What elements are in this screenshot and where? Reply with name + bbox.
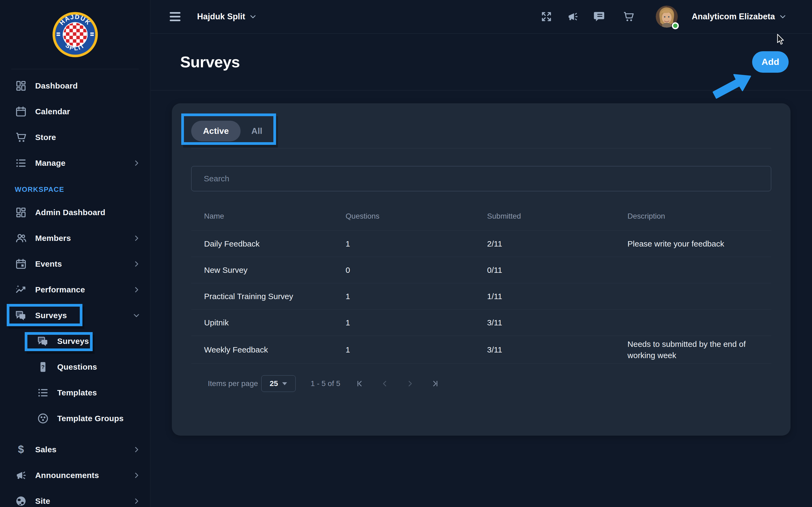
chevron-right-icon (133, 446, 141, 454)
sidebar-item-members[interactable]: Members (0, 225, 150, 251)
tab-all[interactable]: All (241, 121, 273, 142)
table-header-row: Name Questions Submitted Description (191, 202, 771, 231)
workspace-section-label: WORKSPACE (0, 179, 150, 200)
sidebar-item-dashboard[interactable]: Dashboard (0, 73, 150, 99)
tab-active[interactable]: Active (191, 121, 241, 142)
list-icon (15, 157, 27, 169)
sidebar-item-events[interactable]: Events (0, 251, 150, 277)
grid-icon (15, 80, 27, 92)
cell-questions: 0 (333, 265, 474, 276)
surveys-card: Active All Name Questions Submitted Desc… (172, 103, 791, 436)
sidebar-item-store[interactable]: Store (0, 124, 150, 150)
items-per-page-label: Items per page (208, 379, 258, 388)
chevron-right-icon (133, 286, 141, 294)
chat-icon[interactable] (593, 10, 605, 23)
sidebar-item-announcements[interactable]: Announcements (0, 462, 150, 488)
chevron-down-icon (133, 312, 141, 320)
circle-dots-icon (37, 412, 49, 425)
calendar-event-icon (15, 258, 27, 270)
cell-questions: 1 (333, 238, 474, 249)
sidebar-item-label: Store (35, 133, 56, 142)
sidebar: HAJDUK SPLIT Dashboard Calendar Store Ma (0, 0, 150, 507)
search-input[interactable] (191, 166, 771, 191)
page-range-label: 1 - 5 of 5 (311, 379, 341, 388)
sidebar-item-label: Manage (35, 159, 65, 168)
avatar[interactable] (656, 6, 678, 27)
sidebar-item-label: Site (35, 497, 50, 506)
cell-questions: 1 (333, 344, 474, 355)
prev-page-button[interactable] (379, 378, 391, 390)
cell-description: Needs to submitted by the end of working… (615, 339, 771, 361)
chat-duo-icon (37, 335, 49, 347)
caret-down-icon (282, 382, 287, 385)
surveys-table: Name Questions Submitted Description Dai… (191, 202, 771, 364)
sidebar-item-calendar[interactable]: Calendar (0, 99, 150, 124)
column-header-submitted: Submitted (474, 212, 615, 221)
sidebar-item-label: Announcements (35, 471, 99, 480)
user-menu[interactable]: Analyticom Elizabeta (692, 12, 775, 21)
page-size-select[interactable]: 25 (261, 375, 296, 392)
chat-duo-icon (15, 309, 27, 322)
cell-name: Practical Training Survey (191, 291, 333, 302)
sidebar-item-label: Performance (35, 285, 85, 294)
chevron-right-icon (133, 159, 141, 167)
table-row[interactable]: Upitnik 1 3/11 (191, 309, 771, 336)
hajduk-split-badge-icon: HAJDUK SPLIT (52, 11, 98, 58)
chevron-right-icon (133, 497, 141, 505)
sidebar-item-label: Surveys (35, 311, 67, 320)
cart-icon[interactable] (622, 10, 635, 23)
chevron-right-icon (133, 234, 141, 242)
sidebar-item-label: Sales (35, 445, 56, 454)
sidebar-item-label: Events (35, 260, 62, 269)
sidebar-subitem-template-groups[interactable]: Template Groups (0, 406, 150, 431)
hamburger-menu-icon[interactable] (170, 12, 181, 21)
sidebar-item-label: Questions (57, 362, 97, 372)
sidebar-subitem-questions[interactable]: Questions (0, 354, 150, 380)
sidebar-item-label: Calendar (35, 107, 70, 116)
sidebar-item-label: Templates (57, 388, 97, 397)
sidebar-subitem-surveys[interactable]: Surveys (0, 328, 150, 354)
main-content: Surveys Add Active All Name Questions Su… (151, 34, 812, 507)
column-header-name: Name (191, 212, 333, 221)
sidebar-item-admin-dashboard[interactable]: Admin Dashboard (0, 200, 150, 225)
cart-icon (15, 131, 27, 144)
add-button[interactable]: Add (752, 51, 789, 73)
tab-bar: Active All (191, 103, 771, 148)
cell-submitted: 1/11 (474, 291, 615, 302)
cell-name: New Survey (191, 265, 333, 276)
list-icon (37, 387, 49, 399)
megaphone-icon[interactable] (567, 10, 579, 23)
cell-name: Upitnik (191, 317, 333, 328)
cell-submitted: 3/11 (474, 317, 615, 328)
sidebar-item-surveys[interactable]: Surveys (0, 302, 150, 328)
last-page-button[interactable] (429, 378, 441, 390)
sidebar-item-performance[interactable]: Performance (0, 277, 150, 302)
table-row[interactable]: Daily Feedback 1 2/11 Please write your … (191, 231, 771, 257)
chevron-down-icon[interactable] (779, 13, 787, 21)
chevron-down-icon[interactable] (249, 13, 257, 21)
sidebar-item-sales[interactable]: Sales (0, 437, 150, 462)
fullscreen-icon[interactable] (540, 10, 553, 23)
first-page-button[interactable] (354, 378, 365, 390)
sidebar-subitem-templates[interactable]: Templates (0, 380, 150, 406)
online-status-badge (672, 22, 679, 29)
team-selector[interactable]: Hajduk Split (197, 12, 245, 21)
topbar: Hajduk Split Analyticom Elizabeta (151, 0, 812, 34)
paginator: Items per page 25 1 - 5 of 5 (191, 375, 771, 392)
cell-description: Please write your feedback (615, 238, 771, 249)
page-header: Surveys Add (151, 34, 812, 91)
sidebar-item-manage[interactable]: Manage (0, 150, 150, 176)
sidebar-item-site[interactable]: Site (0, 488, 150, 507)
trend-icon (15, 284, 27, 296)
people-icon (15, 232, 27, 244)
cell-questions: 1 (333, 291, 474, 302)
club-logo[interactable]: HAJDUK SPLIT (11, 0, 139, 69)
sidebar-nav: Dashboard Calendar Store Manage WORKSPAC… (0, 69, 150, 507)
next-page-button[interactable] (404, 378, 416, 390)
table-row[interactable]: Practical Training Survey 1 1/11 (191, 283, 771, 309)
page-title: Surveys (180, 53, 240, 71)
table-row[interactable]: New Survey 0 0/11 (191, 257, 771, 283)
sidebar-item-label: Template Groups (57, 414, 123, 423)
cell-submitted: 0/11 (474, 265, 615, 276)
table-row[interactable]: Weekly Feedback 1 3/11 Needs to submitte… (191, 336, 771, 364)
